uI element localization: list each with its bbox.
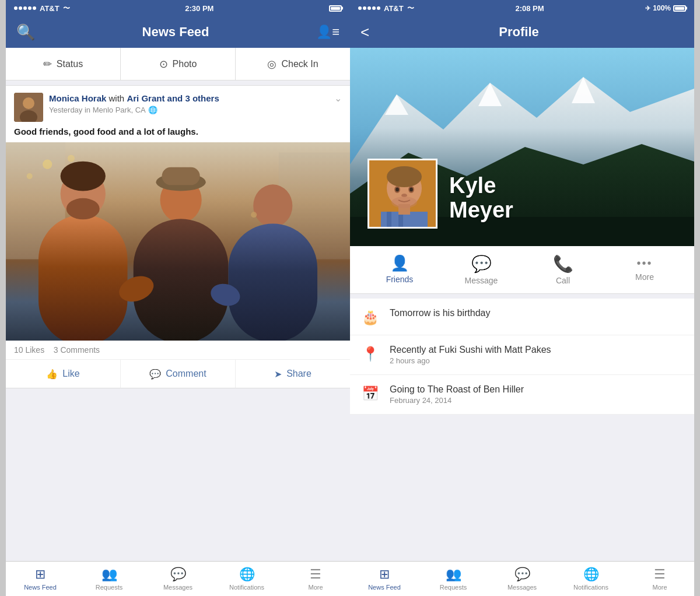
tab-more-right[interactable]: ☰ More xyxy=(625,562,694,596)
message-action-icon: 💬 xyxy=(471,254,492,274)
tab-requests-left[interactable]: 👥 Requests xyxy=(75,562,144,596)
photo-button[interactable]: ⊙ Photo xyxy=(121,48,236,80)
status-label: Status xyxy=(57,59,83,69)
comment-button[interactable]: 💬 Comment xyxy=(121,360,236,388)
more-tab-label-left: More xyxy=(308,584,323,591)
more-action-label: More xyxy=(635,272,654,282)
nav-title-right: Profile xyxy=(499,24,538,40)
status-icon: ✏ xyxy=(43,58,52,71)
message-action-label: Message xyxy=(465,276,498,285)
tab-newsfeed-left[interactable]: ⊞ News Feed xyxy=(6,562,75,596)
status-bar-left: AT&T 〜 2:30 PM xyxy=(6,0,350,16)
carrier-name-right: AT&T xyxy=(384,4,404,13)
svg-point-11 xyxy=(66,198,100,220)
svg-point-1 xyxy=(23,97,34,109)
share-icon: ➤ xyxy=(274,369,282,380)
svg-point-41 xyxy=(391,197,417,208)
svg-point-17 xyxy=(253,184,292,227)
profile-cover: Kyle Meyer xyxy=(350,48,694,246)
likes-count: 10 Likes xyxy=(14,345,44,355)
signal-dots-right xyxy=(358,6,380,10)
svg-point-38 xyxy=(396,188,399,192)
tab-requests-right[interactable]: 👥 Requests xyxy=(419,562,488,596)
tab-notifications-right[interactable]: 🌐 Notifications xyxy=(556,562,625,596)
birthday-content: Tomorrow is his birthday xyxy=(390,308,491,318)
profile-info: 🎂 Tomorrow is his birthday 📍 Recently at… xyxy=(350,299,694,415)
newsfeed-tab-icon-right: ⊞ xyxy=(379,567,390,582)
feed-photo[interactable] xyxy=(6,142,350,341)
more-action-button[interactable]: ••• More xyxy=(607,254,682,285)
event-content: Going to The Roast of Ben Hiller Februar… xyxy=(390,384,524,405)
location-info-icon: 📍 xyxy=(362,346,379,362)
battery-area-left xyxy=(329,5,342,12)
likes-bar: 10 Likes 3 Comments xyxy=(6,341,350,360)
message-action-button[interactable]: 💬 Message xyxy=(443,254,519,285)
share-label: Share xyxy=(286,369,312,379)
friends-action-button[interactable]: 👤 Friends xyxy=(362,254,438,285)
friends-icon[interactable]: 👤≡ xyxy=(316,24,340,40)
tab-messages-left[interactable]: 💬 Messages xyxy=(144,562,212,596)
profile-name-line1: Kyle xyxy=(449,174,513,198)
svg-rect-33 xyxy=(387,212,391,229)
svg-point-7 xyxy=(27,173,33,179)
post-author-name[interactable]: Monica Horak xyxy=(49,93,106,103)
like-button[interactable]: 👍 Like xyxy=(6,360,121,388)
wifi-icon-right: 〜 xyxy=(407,3,414,13)
post-tagged-friend[interactable]: Ari Grant and 3 others xyxy=(127,93,219,103)
event-info-item[interactable]: 📅 Going to The Roast of Ben Hiller Febru… xyxy=(350,375,694,415)
checkin-button[interactable]: ◎ Check In xyxy=(236,48,350,80)
search-icon[interactable]: 🔍 xyxy=(16,23,35,41)
call-action-button[interactable]: 📞 Call xyxy=(525,254,601,285)
svg-point-6 xyxy=(43,160,52,169)
post-text: Good friends, good food and a lot of lau… xyxy=(6,127,350,142)
post-location: Yesterday in Menlo Park, CA 🌐 xyxy=(49,106,328,114)
svg-point-8 xyxy=(68,155,75,162)
event-subtitle: February 24, 2014 xyxy=(390,396,524,405)
call-action-icon: 📞 xyxy=(553,254,573,274)
like-label: Like xyxy=(62,369,79,379)
status-carrier-right: AT&T 〜 xyxy=(358,3,414,13)
event-info-icon: 📅 xyxy=(362,385,379,402)
photo-icon: ⊙ xyxy=(159,58,168,71)
svg-point-19 xyxy=(251,212,257,218)
friends-action-icon: 👤 xyxy=(390,254,409,272)
friends-action-label: Friends xyxy=(386,275,414,284)
tab-messages-right[interactable]: 💬 Messages xyxy=(488,562,556,596)
requests-tab-icon-left: 👥 xyxy=(102,567,117,582)
checkin-label: Check In xyxy=(281,59,318,69)
newsfeed-tab-icon-left: ⊞ xyxy=(35,567,46,582)
location-info-item[interactable]: 📍 Recently at Fuki Sushi with Matt Pakes… xyxy=(350,335,694,375)
nav-bar-right: < Profile xyxy=(350,16,694,48)
svg-rect-10 xyxy=(38,215,128,341)
more-action-icon: ••• xyxy=(636,254,652,270)
signal-dots xyxy=(14,6,36,10)
tab-more-left[interactable]: ☰ More xyxy=(281,562,350,596)
more-tab-label-right: More xyxy=(652,584,667,591)
event-title: Going to The Roast of Ben Hiller xyxy=(390,384,524,395)
birthday-info-item: 🎂 Tomorrow is his birthday xyxy=(350,299,694,335)
messages-tab-icon-left: 💬 xyxy=(170,567,186,582)
profile-name: Kyle Meyer xyxy=(449,174,513,223)
battery-area-right: ✈ 100% xyxy=(645,4,686,12)
share-button[interactable]: ➤ Share xyxy=(236,360,350,388)
battery-icon-left xyxy=(329,5,342,12)
location-subtitle: 2 hours ago xyxy=(390,356,551,365)
tab-notifications-left[interactable]: 🌐 Notifications xyxy=(212,562,281,596)
more-tab-icon-left: ☰ xyxy=(310,567,321,582)
svg-point-31 xyxy=(387,166,422,187)
post-meta: Monica Horak with Ari Grant and 3 others… xyxy=(49,93,328,114)
post-chevron-icon[interactable]: ⌄ xyxy=(334,93,342,104)
post-avatar[interactable] xyxy=(14,93,43,122)
tab-newsfeed-right[interactable]: ⊞ News Feed xyxy=(350,562,419,596)
profile-avatar[interactable] xyxy=(368,159,438,229)
messages-tab-icon-right: 💬 xyxy=(514,567,530,582)
carrier-name-left: AT&T xyxy=(40,4,60,13)
right-phone: AT&T 〜 2:08 PM ✈ 100% < Profile xyxy=(350,0,694,596)
comment-label: Comment xyxy=(166,369,206,379)
battery-percent-right: 100% xyxy=(653,4,671,12)
status-button[interactable]: ✏ Status xyxy=(6,48,121,80)
back-button[interactable]: < xyxy=(360,24,369,40)
birthday-icon: 🎂 xyxy=(362,309,379,325)
post-actions: 👍 Like 💬 Comment ➤ Share xyxy=(6,360,350,388)
status-carrier-left: AT&T 〜 xyxy=(14,3,70,13)
